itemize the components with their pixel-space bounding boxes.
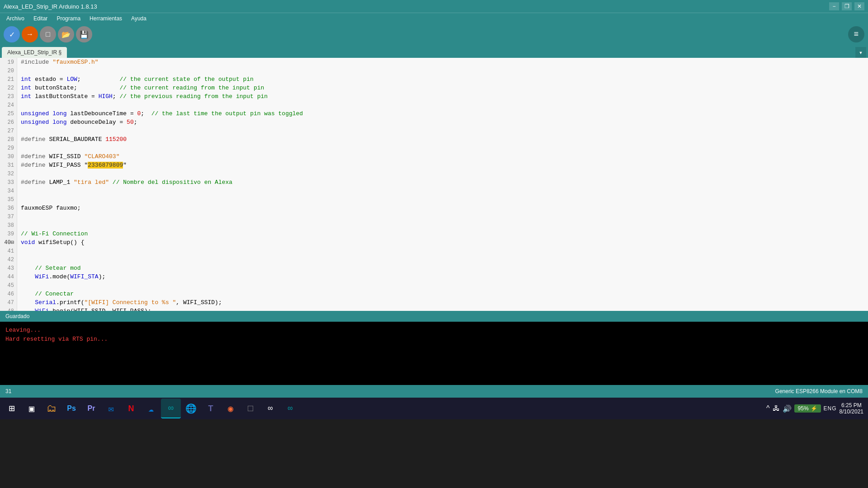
- bottom-status: 31 Generic ESP8266 Module en COM8: [0, 385, 868, 398]
- premiere-button[interactable]: Pr: [81, 399, 101, 418]
- console-line-1: Leaving...: [5, 325, 863, 334]
- tab-main[interactable]: Alexa_LED_Strip_IR §: [2, 47, 67, 58]
- console-text-leaving: Leaving...: [5, 327, 41, 333]
- file-explorer-button[interactable]: 🗂: [42, 399, 61, 418]
- minimize-button[interactable]: −: [829, 2, 839, 10]
- chrome-button[interactable]: 🌐: [181, 399, 201, 418]
- code-line-38: [21, 221, 864, 230]
- task-view-button[interactable]: ▣: [22, 399, 42, 418]
- titlebar: Alexa_LED_Strip_IR Arduino 1.8.13 − ❐ ✕: [0, 0, 868, 13]
- open-button[interactable]: 📂: [58, 26, 74, 42]
- app4-button[interactable]: ∞: [280, 399, 300, 418]
- battery-icon: ⚡: [811, 405, 817, 412]
- ln-47: 47: [0, 298, 17, 307]
- ln-28: 28: [0, 135, 17, 144]
- console-line-2: Hard resetting via RTS pin...: [5, 334, 863, 343]
- code-line-26: unsigned long debounceDelay = 50;: [21, 118, 864, 127]
- ln-37: 37: [0, 212, 17, 221]
- ln-43: 43: [0, 264, 17, 272]
- ln-34: 34: [0, 187, 17, 195]
- code-line-37: [21, 212, 864, 221]
- code-line-40: void wifiSetup() {: [21, 238, 864, 247]
- statusbar: Guardado: [0, 311, 868, 322]
- mail-button[interactable]: ✉: [101, 399, 121, 418]
- ln-24: 24: [0, 101, 17, 109]
- code-content[interactable]: #include "fauxmoESP.h" int estado = LOW;…: [17, 58, 868, 311]
- ln-42: 42: [0, 255, 17, 264]
- code-line-28: #define SERIAL_BAUDRATE 115200: [21, 135, 864, 144]
- tab-scroll-right[interactable]: ▾: [855, 47, 866, 58]
- clock[interactable]: 6:25 PM 8/10/2021: [840, 402, 863, 415]
- serial-monitor-button[interactable]: ≡: [848, 26, 864, 42]
- code-line-47: Serial.printf("[WIFI] Connecting to %s "…: [21, 298, 864, 307]
- ln-25: 25: [0, 109, 17, 118]
- arduino-active-button[interactable]: ∞: [161, 399, 181, 418]
- menu-editar[interactable]: Editar: [30, 14, 51, 23]
- toolbar: ✓ → □ 📂 💾 ≡: [0, 23, 868, 45]
- code-line-31: #define WIFI_PASS "2336879809": [21, 161, 864, 169]
- code-line-29: [21, 144, 864, 152]
- app3-button[interactable]: ∞: [260, 399, 280, 418]
- titlebar-controls: − ❐ ✕: [829, 2, 864, 10]
- date-display: 8/10/2021: [840, 408, 863, 415]
- tab-label: Alexa_LED_Strip_IR §: [7, 49, 61, 56]
- onedrive-button[interactable]: ☁: [141, 399, 161, 418]
- save-button[interactable]: 💾: [76, 26, 92, 42]
- code-line-21: int estado = LOW; // the current state o…: [21, 75, 864, 84]
- teams-button[interactable]: T: [201, 399, 221, 418]
- tabbar: Alexa_LED_Strip_IR § ▾: [0, 45, 868, 58]
- code-line-46: // Conectar: [21, 290, 864, 298]
- volume-icon[interactable]: 🔊: [783, 404, 792, 413]
- ln-36: 36: [0, 204, 17, 212]
- ln-29: 29: [0, 144, 17, 152]
- tray-chevron[interactable]: ^: [766, 404, 770, 413]
- menu-ayuda[interactable]: Ayuda: [127, 14, 150, 23]
- code-line-20: [21, 66, 864, 75]
- ln-45: 45: [0, 281, 17, 290]
- code-line-33: #define LAMP_1 "tira led" // Nombre del …: [21, 178, 864, 187]
- code-line-22: int buttonState; // the current reading …: [21, 84, 864, 92]
- photoshop-button[interactable]: Ps: [61, 399, 81, 418]
- taskbar: ⊞ ▣ 🗂 Ps Pr ✉ N ☁ ∞ 🌐 T ◉ □ ∞ ∞ ^ 🖧 🔊 95…: [0, 398, 868, 419]
- battery-indicator[interactable]: 95% ⚡: [794, 404, 821, 413]
- app2-button[interactable]: □: [241, 399, 260, 418]
- ln-39: 39: [0, 230, 17, 238]
- code-line-19: #include "fauxmoESP.h": [21, 58, 864, 66]
- console-output: Leaving... Hard resetting via RTS pin...: [0, 322, 868, 385]
- ln-31: 31: [0, 161, 17, 169]
- new-button[interactable]: □: [40, 26, 56, 42]
- system-tray: ^ 🖧 🔊 95% ⚡ ENG 6:25 PM 8/10/2021: [766, 402, 866, 415]
- code-line-32: [21, 169, 864, 178]
- code-line-35: [21, 195, 864, 204]
- saved-status: Guardado: [5, 313, 29, 319]
- ln-46: 46: [0, 290, 17, 298]
- code-line-43: // Setear mod: [21, 264, 864, 272]
- code-line-36: fauxmoESP fauxmo;: [21, 204, 864, 212]
- menu-herramientas[interactable]: Herramientas: [86, 14, 126, 23]
- code-line-24: [21, 101, 864, 109]
- upload-button[interactable]: →: [22, 26, 38, 42]
- start-button[interactable]: ⊞: [2, 399, 22, 418]
- maximize-button[interactable]: ❐: [842, 2, 852, 10]
- code-line-42: [21, 255, 864, 264]
- netflix-button[interactable]: N: [121, 399, 141, 418]
- code-line-48: WiFi.begin(WIFI_SSID, WIFI_PASS);: [21, 307, 864, 311]
- code-line-39: // Wi-Fi Connection: [21, 230, 864, 238]
- ln-27: 27: [0, 127, 17, 135]
- menu-archivo[interactable]: Archivo: [3, 14, 28, 23]
- language-indicator[interactable]: ENG: [824, 405, 837, 412]
- code-editor: 19 20 21 22 23 24 25 26 27 28 29 30 31 3…: [0, 58, 868, 311]
- app1-button[interactable]: ◉: [221, 399, 241, 418]
- tabbar-right: ▾: [855, 47, 866, 58]
- ln-26: 26: [0, 118, 17, 127]
- verify-button[interactable]: ✓: [4, 26, 20, 42]
- ln-21: 21: [0, 75, 17, 84]
- code-line-30: #define WIFI_SSID "CLARO403": [21, 152, 864, 161]
- ln-23: 23: [0, 92, 17, 101]
- close-button[interactable]: ✕: [854, 2, 864, 10]
- menu-programa[interactable]: Programa: [53, 14, 84, 23]
- ln-33: 33: [0, 178, 17, 187]
- ln-22: 22: [0, 84, 17, 92]
- ln-41: 41: [0, 247, 17, 255]
- network-icon[interactable]: 🖧: [773, 404, 780, 413]
